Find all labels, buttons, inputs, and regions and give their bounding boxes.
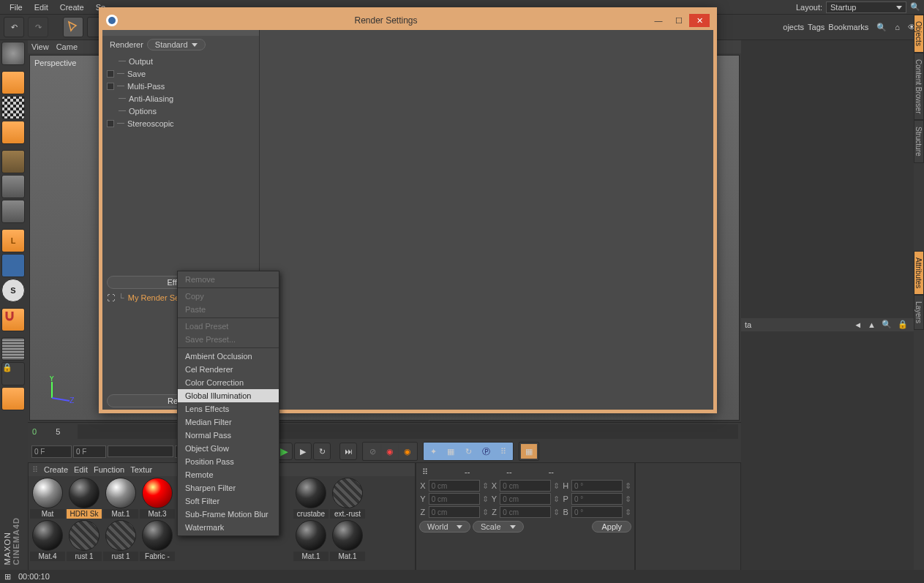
tree-item-multi-pass[interactable]: Multi-Pass [102, 80, 259, 92]
search-icon[interactable]: 🔍 [910, 2, 920, 12]
material-rust-1[interactable]: rust 1 [103, 520, 138, 561]
menu-create[interactable]: Create [54, 1, 90, 13]
edge-mode[interactable] [1, 175, 25, 198]
ctx-median-filter[interactable]: Median Filter [178, 415, 279, 429]
dialog-titlebar[interactable]: Render Settings — ☐ ✕ [102, 11, 713, 30]
next-frame[interactable]: ▶ [294, 443, 312, 460]
material-crustabe[interactable]: crustabe [293, 478, 328, 519]
key-rot[interactable]: ↻ [460, 444, 476, 459]
material-mat-1[interactable]: Mat.1 [330, 520, 365, 561]
min-frame[interactable] [73, 445, 106, 458]
axis-l-icon[interactable]: L [1, 229, 25, 252]
key-param[interactable]: Ⓟ [478, 444, 494, 459]
material-mat-4[interactable]: Mat.4 [30, 520, 65, 561]
obj-tab-bookmarks[interactable]: Bookmarks [828, 23, 868, 31]
menu-file[interactable]: File [4, 1, 29, 13]
checkbox-icon[interactable] [107, 83, 114, 90]
model-mode[interactable] [1, 42, 25, 65]
material-fabric--[interactable]: Fabric - [140, 520, 175, 561]
ctx-lens-effects[interactable]: Lens Effects [178, 402, 279, 415]
key-pla[interactable]: ⠿ [495, 444, 511, 459]
ctx-normal-pass[interactable]: Normal Pass [178, 429, 279, 442]
mat-menu-edit[interactable]: Edit [74, 465, 88, 474]
mat-menu-create[interactable]: Create [44, 465, 68, 474]
undo-button[interactable]: ↶ [4, 17, 24, 37]
minimize-button[interactable]: — [648, 14, 669, 27]
tree-item-anti-aliasing[interactable]: Anti-Aliasing [102, 92, 259, 105]
obj-tab-objects[interactable]: ojects [783, 23, 804, 31]
grid-icon[interactable] [1, 387, 25, 410]
attr-lock-icon[interactable]: 🔒 [898, 320, 908, 329]
mouse-icon[interactable] [1, 254, 25, 277]
camera-menu[interactable]: Came [56, 42, 78, 51]
tree-item-output[interactable]: Output [102, 55, 259, 67]
material-mat-1[interactable]: Mat.1 [293, 520, 328, 561]
material-ext--rust[interactable]: ext.-rust [330, 478, 365, 519]
magnet-icon[interactable] [1, 308, 25, 331]
checker-icon[interactable] [1, 96, 25, 119]
record-auto[interactable]: ◉ [399, 444, 416, 459]
mat-menu-function[interactable]: Function [94, 465, 124, 474]
ctx-soft-filter[interactable]: Soft Filter [178, 494, 279, 508]
current-frame[interactable] [31, 445, 72, 458]
coord-mode-2[interactable]: Scale [473, 521, 524, 533]
tree-item-stereoscopic[interactable]: Stereoscopic [102, 117, 259, 129]
coord-mode-1[interactable]: World [419, 521, 470, 533]
material-mat-3[interactable]: Mat.3 [140, 478, 175, 519]
material-rust-1[interactable]: rust 1 [67, 520, 102, 561]
vtab-content[interactable]: Content Browser [914, 53, 924, 120]
workplane-icon[interactable] [1, 337, 25, 361]
tree-item-options[interactable]: Options [102, 105, 259, 117]
redo-button[interactable]: ↷ [28, 17, 48, 37]
view-menu[interactable]: View [31, 42, 49, 51]
floor-primitive[interactable] [1, 121, 25, 144]
tree-item-save[interactable]: Save [102, 67, 259, 80]
apply-button[interactable]: Apply [592, 521, 631, 533]
ctx-remote[interactable]: Remote [178, 468, 279, 481]
record-key[interactable]: ◉ [382, 444, 398, 459]
obj-tab-tags[interactable]: Tags [808, 23, 825, 31]
ctx-ambient-occlusion[interactable]: Ambient Occlusion [178, 350, 279, 363]
obj-filter-icon[interactable]: ⌂ [895, 23, 900, 31]
goto-end[interactable]: ⏭ [339, 443, 357, 460]
material-mat[interactable]: Mat [30, 478, 65, 519]
vtab-attributes[interactable]: Attributes [914, 251, 924, 295]
object-manager-body[interactable] [741, 40, 924, 318]
ctx-watermark[interactable]: Watermark [178, 521, 279, 534]
vtab-structure[interactable]: Structure [914, 120, 924, 163]
cube-primitive[interactable] [1, 71, 25, 94]
attr-search-icon[interactable]: 🔍 [882, 320, 892, 329]
ctx-cel-renderer[interactable]: Cel Renderer [178, 363, 279, 376]
mat-menu-texture[interactable]: Textur [130, 465, 152, 474]
maximize-button[interactable]: ☐ [669, 14, 689, 27]
s-icon[interactable]: S [1, 279, 25, 302]
material-mat-1[interactable]: Mat.1 [103, 478, 138, 519]
next-key[interactable]: ↻ [313, 443, 331, 460]
nav-up-icon[interactable]: ▲ [868, 320, 876, 329]
ctx-position-pass[interactable]: Position Pass [178, 455, 279, 468]
live-select-tool[interactable] [63, 17, 83, 37]
ctx-object-glow[interactable]: Object Glow [178, 442, 279, 455]
material-hdri-sk[interactable]: HDRI Sk [67, 478, 102, 519]
key-pos[interactable]: ✦ [425, 444, 441, 459]
render-setting-name[interactable]: My Render Se [128, 293, 179, 302]
poly-mode[interactable] [1, 200, 25, 223]
vtab-layers[interactable]: Layers [914, 295, 924, 330]
checkbox-icon[interactable] [107, 120, 114, 127]
close-button[interactable]: ✕ [689, 14, 710, 27]
menu-edit[interactable]: Edit [29, 1, 54, 13]
ctx-sharpen-filter[interactable]: Sharpen Filter [178, 481, 279, 494]
key-scale[interactable]: ▦ [443, 444, 459, 459]
checkbox-icon[interactable] [107, 70, 114, 78]
active-setting-icon[interactable]: ⛶ [107, 293, 115, 302]
vtab-objects[interactable]: Objects [914, 15, 924, 53]
layout-dropdown[interactable]: Startup [826, 1, 906, 13]
ctx-color-correction[interactable]: Color Correction [178, 376, 279, 389]
ctx-sub-frame-motion-blur[interactable]: Sub-Frame Motion Blur [178, 508, 279, 521]
lock-icon[interactable]: 🔒 [1, 362, 25, 385]
ctx-global-illumination[interactable]: Global Illumination [178, 389, 279, 402]
point-mode[interactable] [1, 150, 25, 173]
record-off[interactable]: ⊘ [364, 444, 380, 459]
obj-search-icon[interactable]: 🔍 [876, 23, 887, 32]
renderer-dropdown[interactable]: Standard [147, 39, 206, 50]
